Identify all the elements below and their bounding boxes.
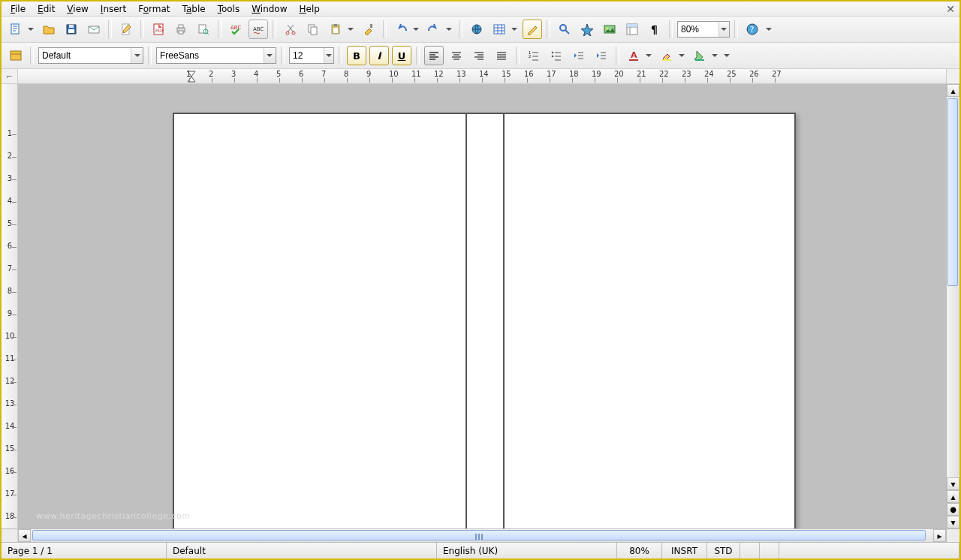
hscroll-thumb[interactable]	[32, 530, 926, 540]
horizontal-ruler[interactable]: 1234567891011121314151617181920212223242…	[18, 69, 946, 83]
document-canvas[interactable]: www.heritagechristiancollege.com	[18, 84, 946, 528]
menu-file[interactable]: File	[5, 2, 32, 16]
save-button[interactable]	[62, 20, 81, 39]
table-dropdown[interactable]	[509, 20, 520, 39]
underline-button[interactable]: U	[392, 46, 411, 65]
numbered-list-button[interactable]: 12	[524, 46, 544, 65]
paste-button[interactable]	[326, 20, 345, 39]
redo-dropdown[interactable]	[444, 20, 454, 39]
align-right-button[interactable]	[469, 46, 489, 65]
background-color-button[interactable]	[690, 46, 709, 65]
increase-indent-button[interactable]	[592, 46, 611, 65]
paragraph-style-input[interactable]	[39, 49, 131, 62]
status-language[interactable]: English (UK)	[437, 543, 617, 558]
menu-tools[interactable]: Tools	[212, 2, 246, 16]
scroll-left-button[interactable]: ◂	[18, 529, 31, 542]
scroll-right-button[interactable]: ▸	[933, 529, 946, 542]
new-document-dropdown[interactable]	[26, 20, 36, 39]
menu-help[interactable]: Help	[294, 2, 326, 16]
help-button[interactable]: ?	[743, 20, 762, 39]
svg-point-36	[552, 56, 554, 58]
italic-button[interactable]: I	[369, 46, 389, 65]
prev-page-button[interactable]: ▴	[947, 490, 959, 503]
font-name-dropdown[interactable]	[264, 48, 276, 63]
font-size-combo[interactable]	[289, 47, 334, 64]
navigation-button[interactable]: ●	[947, 503, 959, 516]
gallery-button[interactable]	[600, 20, 619, 39]
zoom-dropdown[interactable]	[718, 22, 729, 37]
status-signature[interactable]	[760, 543, 779, 558]
next-page-button[interactable]: ▾	[947, 516, 959, 528]
background-color-dropdown[interactable]	[709, 46, 720, 65]
font-color-dropdown[interactable]	[643, 46, 654, 65]
email-button[interactable]	[84, 20, 104, 39]
vertical-ruler[interactable]: 123456789101112131415161718	[2, 84, 18, 528]
align-center-button[interactable]	[447, 46, 466, 65]
status-insert-mode[interactable]: INSRT	[662, 543, 707, 558]
font-size-input[interactable]	[290, 49, 324, 62]
spellcheck-button[interactable]: ABC	[226, 20, 246, 39]
status-zoom[interactable]: 80%	[617, 543, 662, 558]
scroll-down-button[interactable]: ▾	[947, 477, 959, 490]
zoom-combo[interactable]	[677, 21, 730, 38]
vscroll-track[interactable]	[947, 97, 959, 477]
justify-button[interactable]	[492, 46, 511, 65]
scroll-up-button[interactable]: ▴	[947, 84, 959, 97]
status-page[interactable]: Page 1 / 1	[2, 543, 167, 558]
print-preview-button[interactable]	[194, 20, 213, 39]
vscroll-thumb[interactable]	[947, 98, 958, 286]
nonprinting-chars-button[interactable]: ¶	[645, 20, 664, 39]
menu-view[interactable]: View	[61, 2, 94, 16]
font-color-button[interactable]: A	[624, 46, 643, 65]
bullet-list-button[interactable]	[547, 46, 566, 65]
datasources-button[interactable]	[622, 20, 642, 39]
show-draw-button[interactable]	[523, 20, 542, 39]
find-button[interactable]	[555, 20, 574, 39]
highlight-button[interactable]	[657, 46, 676, 65]
status-style[interactable]: Default	[167, 543, 437, 558]
cut-button[interactable]	[281, 20, 300, 39]
hscroll-track[interactable]	[31, 529, 933, 542]
status-modified[interactable]	[740, 543, 760, 558]
format-paintbrush-button[interactable]	[359, 20, 378, 39]
menu-table[interactable]: Table	[176, 2, 212, 16]
edit-file-button[interactable]	[116, 20, 136, 39]
new-document-button[interactable]	[6, 20, 26, 39]
open-button[interactable]	[39, 20, 59, 39]
bold-button[interactable]: B	[347, 46, 366, 65]
align-left-button[interactable]	[424, 46, 444, 65]
ruler-corner[interactable]: ⌐	[2, 69, 18, 83]
font-name-input[interactable]	[157, 49, 264, 62]
export-pdf-button[interactable]: PDF	[149, 20, 168, 39]
decrease-indent-button[interactable]	[569, 46, 589, 65]
toolbar-options-dropdown[interactable]	[765, 26, 773, 34]
horizontal-scrollbar[interactable]: ◂ ▸	[18, 529, 946, 542]
redo-button[interactable]	[424, 20, 444, 39]
font-name-combo[interactable]	[156, 47, 276, 64]
menu-format[interactable]: Format	[132, 2, 176, 16]
status-selection-mode[interactable]: STD	[707, 543, 740, 558]
paragraph-style-dropdown[interactable]	[131, 48, 143, 63]
menu-window[interactable]: Window	[246, 2, 293, 16]
page[interactable]	[173, 113, 796, 528]
menu-edit[interactable]: Edit	[32, 2, 61, 16]
undo-dropdown[interactable]	[411, 20, 421, 39]
navigator-button[interactable]	[577, 20, 597, 39]
menu-insert[interactable]: Insert	[95, 2, 132, 16]
undo-button[interactable]	[391, 20, 411, 39]
autospell-button[interactable]: ABC	[249, 20, 268, 39]
print-button[interactable]	[171, 20, 191, 39]
copy-button[interactable]	[303, 20, 323, 39]
paste-dropdown[interactable]	[345, 20, 356, 39]
font-size-dropdown[interactable]	[324, 48, 333, 63]
hyperlink-button[interactable]	[467, 20, 487, 39]
window-close-button[interactable]: ✕	[946, 3, 955, 15]
table-button[interactable]	[490, 20, 509, 39]
menubar: File Edit View Insert Format Table Tools…	[2, 2, 959, 17]
paragraph-style-combo[interactable]	[38, 47, 143, 64]
zoom-input[interactable]	[678, 23, 718, 36]
highlight-dropdown[interactable]	[676, 46, 687, 65]
format-toolbar-options-dropdown[interactable]	[723, 52, 731, 60]
vertical-scrollbar[interactable]: ▴ ▾ ▴ ● ▾	[946, 84, 959, 528]
styles-window-button[interactable]	[6, 46, 26, 65]
